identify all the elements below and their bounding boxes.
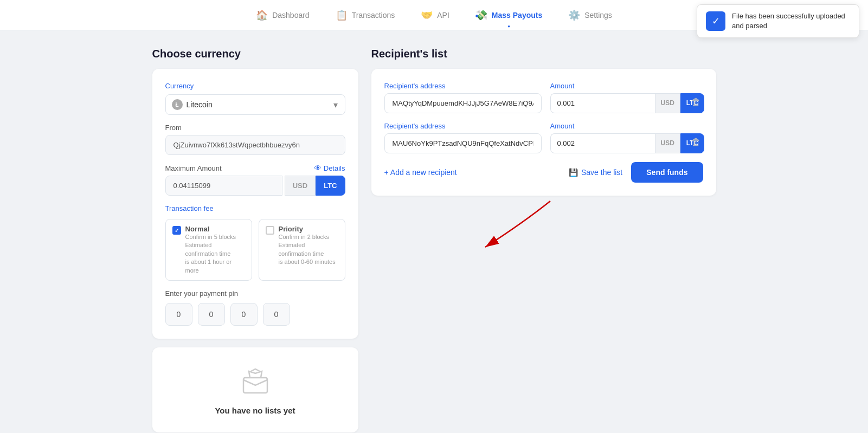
pin-label: Enter your payment pin	[165, 289, 345, 298]
usd-tag-1: USD	[655, 93, 680, 113]
active-dot: ●	[507, 24, 510, 29]
amount-row-2: USD LTC	[550, 133, 680, 153]
address-field-group-1: Recipient's address	[384, 82, 542, 113]
annotation-area	[371, 196, 716, 261]
toast-check-icon: ✓	[706, 11, 725, 31]
address-input-2[interactable]	[384, 133, 542, 153]
save-icon: 💾	[569, 168, 578, 177]
left-panel: Choose currency Currency Ł Litecoin ▾ Fr…	[152, 48, 358, 432]
max-amount-input[interactable]	[165, 176, 282, 196]
nav-settings[interactable]: ⚙️ Settings	[568, 7, 612, 23]
priority-desc: Confirm in 2 blocksEstimated confirmatio…	[279, 233, 338, 267]
currency-toggle: USD LTC	[285, 176, 345, 196]
toast-notification: ✓ File has been successfully uploaded an…	[697, 4, 859, 38]
recipient-row-1: Recipient's address Amount USD LTC 🗑	[384, 82, 703, 113]
fee-normal[interactable]: ✓ Normal Confirm in 5 blocksEstimated co…	[165, 219, 252, 281]
amount-input-1[interactable]	[550, 93, 655, 113]
delete-row-1[interactable]: 🗑	[689, 91, 703, 113]
empty-box-icon	[239, 365, 272, 397]
max-amount-label: Maximum Amount	[165, 164, 222, 172]
litecoin-icon: Ł	[172, 99, 183, 110]
api-icon: 🤝	[421, 9, 433, 21]
ltc-toggle-btn[interactable]: LTC	[316, 176, 345, 196]
actions-right: 💾 Save the list Send funds	[569, 162, 703, 183]
usd-tag-2: USD	[655, 133, 680, 153]
recipients-actions: + Add a new recipient 💾 Save the list Se…	[384, 162, 703, 183]
no-lists-text: You have no lists yet	[215, 406, 295, 415]
from-address: QjZuivnwo7fXk613stWqpectbhbuezvy6n	[165, 135, 345, 155]
recipient-row-2: Recipient's address Amount USD LTC 🗑	[384, 122, 703, 153]
no-lists-card: You have no lists yet	[152, 347, 358, 432]
address-field-group-2: Recipient's address	[384, 122, 542, 153]
priority-title: Priority	[279, 225, 338, 233]
currency-card: Currency Ł Litecoin ▾ From QjZuivnwo7fXk…	[152, 69, 358, 339]
amount-group-1: Amount USD LTC	[550, 82, 680, 113]
normal-checkbox[interactable]: ✓	[172, 226, 181, 235]
amount-group-2: Amount USD LTC	[550, 122, 680, 153]
fee-options: ✓ Normal Confirm in 5 blocksEstimated co…	[165, 219, 345, 281]
from-label: From	[165, 124, 345, 132]
nav-mass-payouts[interactable]: 💸 Mass Payouts ●	[475, 7, 542, 23]
fee-priority[interactable]: Priority Confirm in 2 blocksEstimated co…	[259, 219, 345, 281]
amount-label-1: Amount	[550, 82, 680, 90]
main-content: Choose currency Currency Ł Litecoin ▾ Fr…	[109, 30, 760, 433]
mass-payouts-icon: 💸	[475, 9, 487, 21]
pin-input-4[interactable]	[263, 303, 290, 326]
nav-dashboard[interactable]: 🏠 Dashboard	[256, 7, 310, 23]
right-panel: Recipient's list Recipient's address Amo…	[371, 48, 716, 432]
pin-input-1[interactable]	[165, 303, 192, 326]
max-amount-row: Maximum Amount 👁 Details	[165, 164, 345, 172]
save-list-button[interactable]: 💾 Save the list	[569, 168, 622, 177]
priority-checkbox[interactable]	[266, 226, 274, 235]
delete-row-2[interactable]: 🗑	[689, 131, 703, 153]
tx-fee-label: Transaction fee	[165, 204, 345, 212]
amount-label-2: Amount	[550, 122, 680, 130]
address-label-1: Recipient's address	[384, 82, 542, 90]
eye-icon: 👁	[314, 164, 322, 172]
amount-row-1: USD LTC	[550, 93, 680, 113]
settings-icon: ⚙️	[568, 9, 580, 21]
choose-currency-title: Choose currency	[152, 48, 358, 60]
normal-desc: Confirm in 5 blocksEstimated confirmatio…	[185, 233, 245, 275]
max-amount-field-wrapper: USD LTC	[165, 176, 345, 196]
normal-title: Normal	[185, 225, 245, 233]
pin-input-3[interactable]	[230, 303, 258, 326]
recipients-card: Recipient's address Amount USD LTC 🗑 Rec…	[371, 69, 716, 196]
usd-toggle-btn[interactable]: USD	[285, 176, 316, 196]
currency-label: Currency	[165, 82, 345, 90]
currency-select[interactable]: Litecoin	[165, 94, 345, 115]
nav-api[interactable]: 🤝 API	[421, 7, 449, 23]
send-funds-button[interactable]: Send funds	[631, 162, 703, 183]
recipients-list-title: Recipient's list	[371, 48, 716, 60]
add-recipient-button[interactable]: + Add a new recipient	[384, 168, 457, 177]
amount-input-2[interactable]	[550, 133, 655, 153]
transactions-icon: 📋	[336, 9, 348, 21]
home-icon: 🏠	[256, 9, 268, 21]
address-input-1[interactable]	[384, 93, 542, 113]
pin-input-2[interactable]	[198, 303, 225, 326]
pin-inputs	[165, 303, 345, 326]
address-label-2: Recipient's address	[384, 122, 542, 130]
currency-select-wrapper: Ł Litecoin ▾	[165, 94, 345, 115]
navigation: 🏠 Dashboard 📋 Transactions 🤝 API 💸 Mass …	[0, 0, 868, 30]
red-arrow	[458, 196, 567, 255]
nav-transactions[interactable]: 📋 Transactions	[336, 7, 395, 23]
details-link[interactable]: 👁 Details	[314, 164, 345, 172]
